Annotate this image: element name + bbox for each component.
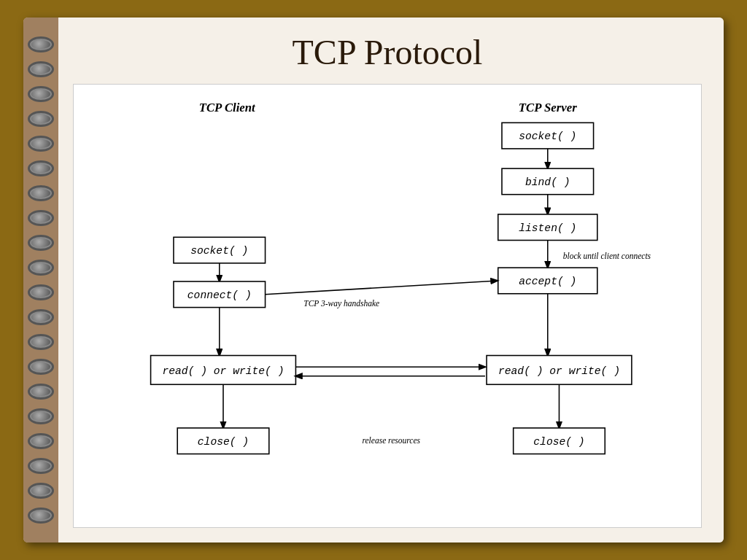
spiral-coil — [28, 458, 54, 474]
spiral-coil — [28, 384, 54, 400]
page-title: TCP Protocol — [73, 32, 702, 72]
client-label: TCP Client — [199, 101, 256, 114]
server-accept-label: accept( ) — [519, 276, 576, 287]
spiral-coil — [28, 111, 54, 127]
spiral-coil — [28, 210, 54, 226]
block-note: block until client connects — [563, 252, 651, 260]
server-readwrite-label: read( ) or write( ) — [498, 365, 620, 377]
spiral-coil — [28, 235, 54, 251]
diagram-area: TCP Client TCP Server socket( ) bind( ) … — [73, 84, 702, 528]
spiral-coil — [28, 309, 54, 325]
spiral-coil — [28, 136, 54, 152]
spiral-coil — [28, 433, 54, 449]
notebook: TCP Protocol TCP Client TCP Server socke… — [23, 18, 724, 542]
spiral-coil — [28, 86, 54, 102]
page: TCP Protocol TCP Client TCP Server socke… — [58, 18, 724, 542]
server-bind-label: bind( ) — [525, 176, 570, 188]
server-listen-label: listen( ) — [519, 222, 576, 234]
client-connect-label: connect( ) — [187, 289, 252, 301]
spiral-coil — [28, 36, 54, 52]
spiral-coil — [28, 61, 54, 77]
spiral-binding — [23, 18, 58, 542]
arrow-connect-accept — [266, 281, 498, 295]
client-readwrite-label: read( ) or write( ) — [163, 365, 285, 377]
server-label: TCP Server — [519, 101, 577, 114]
spiral-coil — [28, 408, 54, 424]
server-close-label: close( ) — [533, 436, 584, 448]
spiral-coil — [28, 483, 54, 499]
handshake-note: TCP 3-way handshake — [303, 299, 379, 308]
spiral-coil — [28, 359, 54, 375]
spiral-coil — [28, 334, 54, 350]
client-close-label: close( ) — [198, 436, 249, 448]
client-socket-label: socket( ) — [190, 245, 248, 257]
server-socket-label: socket( ) — [519, 131, 576, 142]
spiral-coil — [28, 260, 54, 276]
spiral-coil — [28, 284, 54, 300]
spiral-coil — [28, 508, 54, 524]
release-note: release resources — [362, 436, 420, 445]
spiral-coil — [28, 160, 54, 176]
spiral-coil — [28, 185, 54, 201]
